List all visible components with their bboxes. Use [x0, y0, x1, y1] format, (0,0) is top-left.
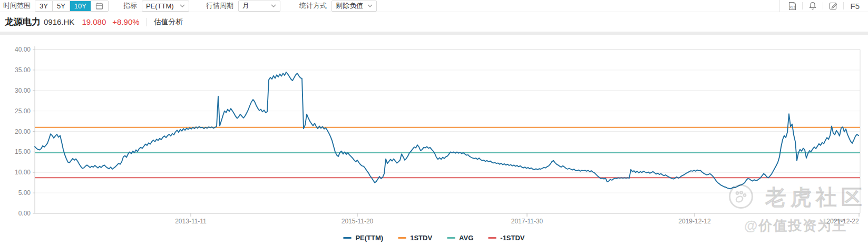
watermark-community-text: 老虎社区 — [765, 185, 866, 209]
legend-item-avg[interactable]: AVG — [447, 234, 473, 242]
edit-pencil-icon — [828, 1, 838, 11]
range-button-5y[interactable]: 5Y — [53, 1, 70, 11]
valuation-analysis-window: 时间范围 3Y 5Y 10Y 指标 PE(TTM) — [0, 0, 868, 245]
reference-lines — [35, 128, 860, 178]
calendar-icon — [95, 2, 103, 10]
legend-item--1stdv[interactable]: -1STDV — [488, 234, 524, 242]
stock-price: 19.080 — [82, 17, 106, 26]
divider — [147, 18, 147, 26]
period-label: 行情周期 — [206, 1, 233, 11]
edit-note-button[interactable] — [823, 1, 843, 12]
y-tick-label: 5.00 — [18, 189, 31, 197]
stat-method-value: 剔除负值 — [336, 1, 363, 11]
y-tick-label: 25.00 — [15, 107, 31, 115]
axis-labels: 40.0035.0030.0025.0020.0015.0010.005.000… — [15, 46, 859, 225]
legend-dash — [398, 237, 406, 239]
stock-change-percent: +8.90% — [112, 17, 139, 26]
x-tick-label: 2015-11-20 — [342, 218, 374, 225]
toolbar-actions: XLS — [779, 0, 868, 12]
legend-item-1stdv[interactable]: 1STDV — [398, 234, 432, 242]
pe-ttm-line — [35, 72, 859, 189]
y-tick-label: 0.00 — [18, 210, 31, 217]
x-tick-label: 2019-12-12 — [678, 218, 711, 225]
y-tick-label: 15.00 — [15, 148, 31, 155]
bell-icon — [808, 1, 817, 11]
watermark-handle-text: @价值投资为王 — [744, 218, 847, 233]
legend-label: AVG — [459, 234, 473, 242]
x-tick-label: 2013-11-11 — [175, 218, 207, 225]
indicator-value: PE(TTM) — [146, 2, 174, 10]
gridlines — [35, 70, 860, 193]
y-tick-label: 35.00 — [15, 66, 31, 74]
legend-dash — [343, 237, 352, 239]
legend-dash — [488, 237, 496, 239]
y-tick-label: 20.00 — [15, 128, 31, 135]
indicator-label: 指标 — [123, 1, 137, 11]
pe-valuation-chart[interactable]: 40.0035.0030.0025.0020.0015.0010.005.000… — [0, 0, 868, 245]
chevron-down-icon — [271, 4, 276, 7]
refresh-f5-button[interactable]: F5 — [844, 2, 866, 11]
legend-label: 1STDV — [410, 234, 432, 242]
legend-label: -1STDV — [500, 234, 524, 242]
range-button-10y[interactable]: 10Y — [70, 1, 91, 11]
time-range-segmented-control: 3Y 5Y 10Y — [35, 1, 109, 12]
stat-method-label: 统计方式 — [299, 1, 327, 11]
notification-button[interactable] — [803, 1, 823, 12]
xls-file-icon: XLS — [787, 1, 797, 11]
watermark: 老虎社区 @价值投资为王 — [730, 185, 867, 234]
y-tick-label: 10.00 — [15, 169, 31, 176]
period-dropdown[interactable]: 月 — [238, 1, 280, 12]
legend-label: PE(TTM) — [355, 234, 383, 242]
stock-name: 龙源电力 — [5, 16, 41, 28]
stock-header: 龙源电力 0916.HK 19.080 +8.90% 估值分析 — [0, 12, 868, 32]
time-range-label: 时间范围 — [3, 1, 31, 11]
header-separator-band — [0, 32, 868, 35]
custom-range-button[interactable] — [91, 1, 108, 11]
y-tick-label: 40.00 — [15, 46, 31, 53]
stat-method-dropdown[interactable]: 剔除负值 — [331, 1, 377, 12]
indicator-dropdown[interactable]: PE(TTM) — [142, 1, 189, 12]
legend-item-pe-ttm-[interactable]: PE(TTM) — [343, 234, 383, 242]
period-value: 月 — [242, 1, 249, 11]
legend-dash — [447, 237, 455, 239]
chart-legend: PE(TTM)1STDVAVG-1STDV — [0, 232, 868, 243]
toolbar: 时间范围 3Y 5Y 10Y 指标 PE(TTM) — [0, 0, 868, 12]
y-tick-label: 30.00 — [15, 87, 31, 94]
tiger-paw-icon — [735, 191, 746, 203]
stock-symbol: 0916.HK — [44, 17, 74, 26]
chevron-down-icon — [367, 4, 373, 7]
section-title-valuation: 估值分析 — [154, 17, 183, 27]
svg-text:XLS: XLS — [789, 5, 795, 8]
range-button-3y[interactable]: 3Y — [35, 1, 53, 11]
export-xls-button[interactable]: XLS — [782, 1, 802, 12]
chevron-down-icon — [180, 4, 185, 7]
x-tick-label: 2017-11-30 — [511, 218, 543, 225]
